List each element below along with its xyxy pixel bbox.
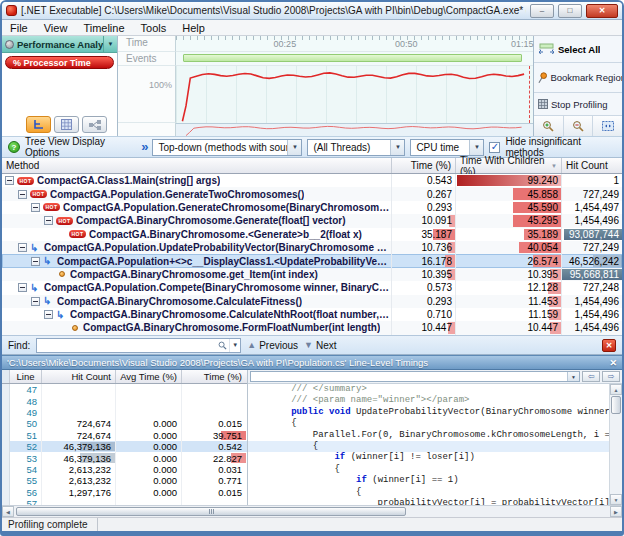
help-icon[interactable]: ? [8,141,20,153]
expander-icon[interactable] [31,297,40,306]
events-track[interactable] [176,52,533,66]
menu-item-help[interactable]: Help [174,22,213,34]
time-ruler[interactable]: 00:2500:5001:15 [176,36,533,52]
method-row[interactable]: CompactGA.BinaryChromosome.FormFloatNumb… [2,321,622,334]
select-all-button[interactable]: Select All [534,36,622,63]
bookmark-region-button[interactable]: Bookmark Region [534,63,622,93]
call-graph-button[interactable] [82,116,107,133]
method-row[interactable]: ↳CompactGA.BinaryChromosome.CalculateFit… [2,295,622,308]
search-options-arrow-icon[interactable]: ▼ [229,339,240,352]
line-timing-row[interactable]: 50724,6740.0000.015 [2,418,247,429]
horizontal-scrollbar[interactable]: ◀ ▶ [2,505,622,517]
menu-item-timeline[interactable]: Timeline [75,22,132,34]
expander-icon[interactable] [44,216,53,225]
column-header-method[interactable]: Method [2,158,392,173]
menu-item-view[interactable]: View [36,22,76,34]
scroll-down-icon[interactable]: ▼ [610,494,622,505]
expander-icon[interactable] [31,257,40,266]
method-row[interactable]: ↳CompactGA.BinaryChromosome.CalculateNth… [2,308,622,321]
hit-count-value: 46,379,136 [63,441,111,452]
navigate-forward-button[interactable]: ⇨ [602,371,620,382]
line-timing-row[interactable]: 47 [2,384,247,395]
method-row[interactable]: HOTCompactGA.Population.GenerateTwoChrom… [2,187,622,200]
zoom-in-button[interactable] [534,116,564,136]
minimize-button[interactable]: – [530,4,554,18]
close-button[interactable]: ✕ [586,4,618,18]
expander-icon[interactable] [18,243,27,252]
dropdown-arrow-icon[interactable]: ▼ [287,140,301,155]
method-row[interactable]: HOTCompactGA.BinaryChromosome.<Generate>… [2,228,622,241]
method-row[interactable]: ↳CompactGA.Population+<>c__DisplayClass1… [2,254,622,267]
method-row[interactable]: ↳CompactGA.Population.UpdateProbabilityV… [2,241,622,254]
hide-insignificant-checkbox[interactable]: ✓ [489,142,500,153]
column-header-line-time[interactable]: Time (%) [182,370,246,383]
code-lines[interactable]: /// </summary> /// <param name="winner">… [248,384,609,505]
column-header-avg-time[interactable]: Avg Time (%) [116,370,182,383]
column-header-time-with-children[interactable]: Time With Children (%) ▼ [456,158,562,173]
method-row[interactable]: HOTCompactGA.BinaryChromosome.Generate(f… [2,214,622,227]
overview-strip[interactable] [176,123,533,136]
chevron-down-icon[interactable]: ▼ [103,36,117,52]
scroll-right-icon[interactable]: ▶ [610,506,622,517]
line-timing-row[interactable]: 57 [2,498,247,505]
tree-view-button[interactable] [26,116,51,133]
find-next-label: Next [316,340,337,351]
method-row[interactable]: ↳CompactGA.Population.Compete(BinaryChro… [2,281,622,294]
menu-item-file[interactable]: File [2,22,36,34]
method-row[interactable]: HOTCompactGA.Class1.Main(string[] args)0… [2,174,622,187]
cpu-chart[interactable] [176,66,533,123]
threads-dropdown[interactable]: (All Threads) ▼ [307,139,405,156]
line-timing-row[interactable]: 561,297,1760.0000.015 [2,487,247,498]
view-mode-dropdown[interactable]: Top-down (methods with source) ▼ [152,139,302,156]
menu-item-tools[interactable]: Tools [133,22,175,34]
find-previous-button[interactable]: ▲ Previous [247,340,298,351]
title-bar[interactable]: [.NET Executable] C:\Users\Mike\Document… [2,2,622,20]
column-header-line[interactable]: Line [10,370,42,383]
zoom-fit-button[interactable] [593,116,622,136]
call-arrow-icon: ↳ [30,243,42,253]
line-timing-row[interactable]: 51724,6740.00039.751 [2,430,247,441]
timings-panel-title: 'C:\Users\Mike\Documents\Visual Studio 2… [7,357,428,368]
scrollbar-thumb[interactable] [16,507,406,516]
time-cell: 0.293 [392,201,456,214]
scroll-up-icon[interactable]: ▲ [610,384,622,395]
member-dropdown[interactable]: ▼ [250,371,580,382]
scrollbar-thumb[interactable] [611,396,621,414]
maximize-button[interactable]: □ [558,4,582,18]
expander-icon[interactable] [18,283,27,292]
find-next-button[interactable]: ▼ Next [304,340,336,351]
method-row[interactable]: CompactGA.BinaryChromosome.get_Item(int … [2,268,622,281]
column-header-hit-count[interactable]: Hit Count [562,158,622,173]
expander-icon[interactable] [31,203,40,212]
stop-profiling-button[interactable]: Stop Profiling [534,93,622,116]
scroll-left-icon[interactable]: ◀ [2,506,14,517]
line-timing-row[interactable]: 48 [2,395,247,406]
method-row[interactable]: HOTCompactGA.Population.GenerateChromoso… [2,201,622,214]
line-timing-row[interactable]: 552,613,2320.0000.771 [2,475,247,486]
line-timing-row[interactable]: 542,613,2320.0000.031 [2,464,247,475]
time-value: 0.542 [218,441,242,452]
dropdown-arrow-icon[interactable]: ▼ [567,372,579,381]
metric-dropdown[interactable]: CPU time ▼ [410,139,484,156]
vertical-scrollbar[interactable]: ▲ ▼ [609,384,622,505]
expander-icon[interactable] [5,176,14,185]
expander-icon[interactable] [18,190,27,199]
zoom-out-button[interactable] [564,116,594,136]
analysis-selector[interactable]: Performance Analysis ▼ [2,36,117,53]
line-timing-row[interactable]: 49 [2,407,247,418]
dropdown-arrow-icon[interactable]: ▼ [469,140,483,155]
column-header-line-hit-count[interactable]: Hit Count [42,370,116,383]
panel-close-button[interactable]: ✕ [609,358,617,368]
navigate-back-button[interactable]: ⇦ [582,371,600,382]
timeline[interactable]: Time 00:2500:5001:15 Events 100% [118,36,533,136]
line-timing-row[interactable]: 5246,379,1360.0000.542 [2,441,247,452]
expander-icon[interactable] [44,310,53,319]
find-input[interactable] [37,339,216,352]
grid-view-button[interactable] [54,116,79,133]
column-header-time[interactable]: Time (%) [392,158,456,173]
call-arrow-icon: ↳ [43,296,55,306]
dropdown-arrow-icon[interactable]: ▼ [390,140,404,155]
find-close-button[interactable]: ✕ [602,339,616,352]
line-timing-row[interactable]: 5346,379,1360.00022.827 [2,452,247,463]
method-cell: CompactGA.BinaryChromosome.FormFloatNumb… [2,321,392,334]
